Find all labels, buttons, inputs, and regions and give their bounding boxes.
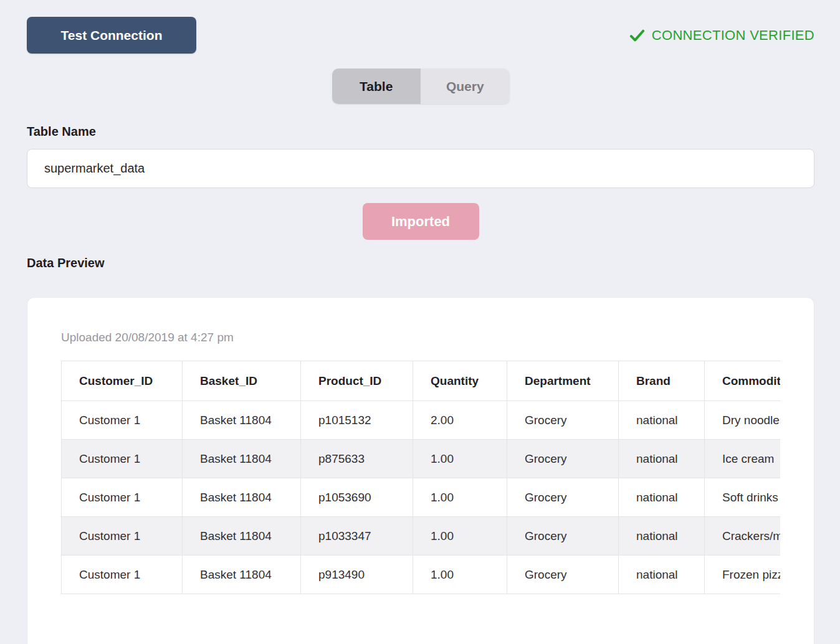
connection-status-label: CONNECTION VERIFIED	[652, 27, 814, 44]
data-preview-label: Data Preview	[27, 256, 814, 270]
table-cell: Customer 1	[62, 440, 183, 478]
table-row: Customer 1Basket 11804p8756331.00Grocery…	[62, 440, 781, 478]
table-cell: Grocery	[507, 440, 619, 478]
table-cell: national	[619, 517, 705, 556]
data-preview-card: Uploaded 20/08/2019 at 4:27 pm Customer_…	[27, 297, 814, 644]
column-header: Department	[507, 361, 619, 401]
table-cell: Basket 11804	[183, 517, 301, 556]
source-type-tabs: Table Query	[332, 69, 510, 104]
table-cell: Grocery	[507, 401, 619, 440]
table-cell: 1.00	[413, 517, 507, 556]
tab-query[interactable]: Query	[421, 69, 510, 104]
table-name-input[interactable]	[27, 149, 814, 188]
table-cell: p1015132	[301, 401, 413, 440]
table-cell: 1.00	[413, 556, 507, 594]
column-header: Brand	[619, 361, 705, 401]
uploaded-timestamp: Uploaded 20/08/2019 at 4:27 pm	[61, 331, 780, 344]
table-cell: Grocery	[507, 517, 619, 556]
preview-table-container: Customer_IDBasket_IDProduct_IDQuantityDe…	[61, 361, 780, 594]
table-cell: Dry noodles	[705, 401, 781, 440]
table-cell: Frozen pizza	[705, 556, 781, 594]
table-cell: Basket 11804	[183, 478, 301, 517]
header-row: Customer_IDBasket_IDProduct_IDQuantityDe…	[62, 361, 781, 401]
table-cell: Customer 1	[62, 478, 183, 517]
column-header: Basket_ID	[183, 361, 301, 401]
table-row: Customer 1Basket 11804p10536901.00Grocer…	[62, 478, 781, 517]
tab-table[interactable]: Table	[332, 69, 421, 104]
table-cell: Basket 11804	[183, 401, 301, 440]
page: Test Connection CONNECTION VERIFIED Tabl…	[0, 0, 840, 644]
table-cell: 2.00	[413, 401, 507, 440]
table-cell: 1.00	[413, 440, 507, 478]
check-icon	[629, 27, 646, 44]
table-cell: p913490	[301, 556, 413, 594]
table-cell: Soft drinks	[705, 478, 781, 517]
table-row: Customer 1Basket 11804p9134901.00Grocery…	[62, 556, 781, 594]
tabs-row: Table Query	[27, 69, 814, 104]
table-cell: Basket 11804	[183, 556, 301, 594]
table-cell: Grocery	[507, 556, 619, 594]
connection-status: CONNECTION VERIFIED	[629, 27, 814, 44]
table-cell: national	[619, 401, 705, 440]
column-header: Commodity	[705, 361, 781, 401]
preview-table: Customer_IDBasket_IDProduct_IDQuantityDe…	[61, 361, 780, 594]
column-header: Product_ID	[301, 361, 413, 401]
top-bar: Test Connection CONNECTION VERIFIED	[27, 17, 814, 54]
table-cell: 1.00	[413, 478, 507, 517]
column-header: Quantity	[413, 361, 507, 401]
table-cell: national	[619, 440, 705, 478]
test-connection-button[interactable]: Test Connection	[27, 17, 196, 54]
imported-button[interactable]: Imported	[363, 203, 479, 240]
table-row: Customer 1Basket 11804p10333471.00Grocer…	[62, 517, 781, 556]
column-header: Customer_ID	[62, 361, 183, 401]
table-cell: Customer 1	[62, 556, 183, 594]
table-cell: p1053690	[301, 478, 413, 517]
table-cell: p1033347	[301, 517, 413, 556]
table-cell: national	[619, 556, 705, 594]
table-cell: Basket 11804	[183, 440, 301, 478]
table-cell: Customer 1	[62, 517, 183, 556]
table-row: Customer 1Basket 11804p10151322.00Grocer…	[62, 401, 781, 440]
table-cell: Ice cream	[705, 440, 781, 478]
table-cell: national	[619, 478, 705, 517]
table-name-label: Table Name	[27, 125, 814, 139]
table-cell: Crackers/misc	[705, 517, 781, 556]
table-cell: Grocery	[507, 478, 619, 517]
table-cell: Customer 1	[62, 401, 183, 440]
table-cell: p875633	[301, 440, 413, 478]
imported-row: Imported	[27, 203, 814, 240]
